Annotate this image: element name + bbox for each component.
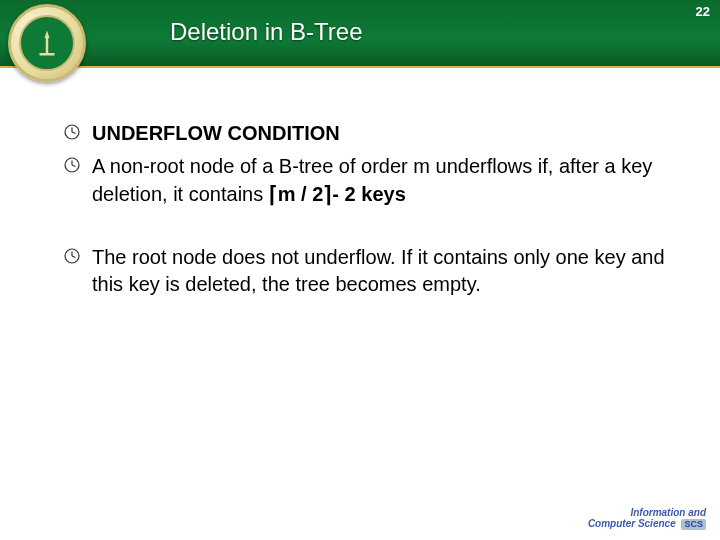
clock-icon <box>64 248 80 264</box>
footer-badge: SCS <box>681 519 706 530</box>
bullet-item: A non-root node of a B-tree of order m u… <box>64 153 680 210</box>
bullet-item: The root node does not underflow. If it … <box>64 244 680 298</box>
svg-line-5 <box>72 165 76 167</box>
clock-icon <box>64 157 80 173</box>
footer-line1: Information and <box>630 507 706 518</box>
bullet-expr: m / 2 <box>278 183 324 205</box>
ceiling-left-icon: ⌈ <box>269 182 278 207</box>
ceiling-right-icon: ⌉ <box>323 182 332 207</box>
tower-icon <box>32 28 62 58</box>
svg-line-8 <box>72 256 76 258</box>
slide-title: Deletion in B-Tree <box>170 18 363 46</box>
svg-line-2 <box>72 132 76 134</box>
slide-content: UNDERFLOW CONDITION A non-root node of a… <box>64 120 680 304</box>
bullet-item: UNDERFLOW CONDITION <box>64 120 680 147</box>
bullet-text-heading: UNDERFLOW CONDITION <box>92 122 340 144</box>
bullet-text: The root node does not underflow. If it … <box>92 246 665 295</box>
slide-header: Deletion in B-Tree 22 <box>0 0 720 68</box>
footer-dept-logo: Information and Computer Science SCS <box>588 508 706 530</box>
page-number: 22 <box>696 4 710 19</box>
seal-inner <box>19 15 75 71</box>
bullet-text-post: - 2 keys <box>332 183 405 205</box>
university-seal-icon <box>8 4 86 82</box>
slide: Deletion in B-Tree 22 UNDERFLOW CONDITIO… <box>0 0 720 540</box>
footer-line2: Computer Science <box>588 518 676 529</box>
clock-icon <box>64 124 80 140</box>
bullet-text: A non-root node of a B-tree of order m u… <box>92 155 652 205</box>
